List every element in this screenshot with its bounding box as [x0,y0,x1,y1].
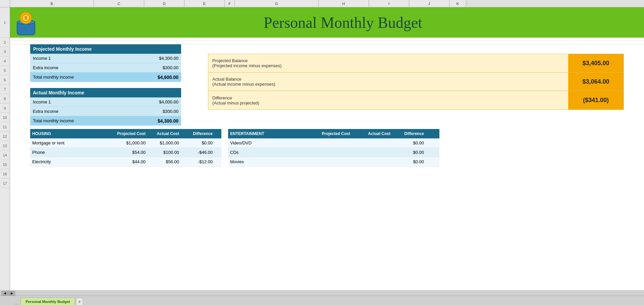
projected-income-section: Projected Monthly Income Income 1 $4,300… [30,44,181,82]
panel-gap [181,44,208,126]
row-1: 1 [0,7,10,38]
actual-income-row-1[interactable]: Extra income $300.00 [30,107,181,116]
tab-personal-monthly-budget[interactable]: Personal Monthly Budget [20,298,75,305]
ent-diff-1: $0.00 [392,148,426,157]
column-headers: B C D E F G H I J K [0,0,644,7]
act-extra-value: $300.00 [138,107,181,116]
ent-label-1: CDs [228,148,309,157]
projected-balance-label: Projected Balance (Projected income minu… [208,54,568,72]
row-3: 3 [0,47,10,56]
col-header-c[interactable]: C [94,0,144,7]
row-13-spacer [10,126,644,129]
actual-income-section: Actual Monthly Income Income 1 $4,000.00… [30,88,181,126]
actual-income-total-row[interactable]: Total monthly income $4,300.00 [30,116,181,126]
housing-label-1: Phone [30,148,111,157]
housing-diff-2: -$12.00 [181,157,215,166]
row-7: 7 [0,85,10,94]
housing-proj-2: $44.00 [111,157,148,166]
col-header-g[interactable]: G [235,0,319,7]
tables-row: HOUSING Projected Cost Actual Cost Diffe… [10,129,644,167]
col-header-k[interactable]: K [449,0,466,7]
housing-proj-0: $1,000.00 [111,138,148,147]
ent-col-proj: Projected Cost [309,129,352,138]
row-6: 6 [0,75,10,85]
income-spacer [30,82,181,88]
col-header-i[interactable]: I [369,0,409,7]
tab-add-button[interactable]: + [76,298,83,305]
col-header-b[interactable]: B [10,0,94,7]
difference-row[interactable]: Difference (Actual minus projected) ($34… [208,91,624,110]
ent-diff-0: $0.00 [392,138,426,147]
ent-actual-0 [352,138,392,147]
row-14: 14 [0,150,10,160]
col-header-h[interactable]: H [319,0,369,7]
tab-ellipsis[interactable]: ... [13,301,19,305]
ent-actual-1 [352,148,392,157]
row-3-spacer [10,41,644,44]
scroll-bar-area: ◀ ▶ [0,290,644,296]
actual-balance-row[interactable]: Actual Balance (Actual income minus expe… [208,73,624,91]
ent-diff-2: $0.00 [392,157,426,166]
housing-diff-1: -$46.00 [181,148,215,157]
act-total-value: $4,300.00 [138,116,181,125]
ent-row-2[interactable]: Movies $0.00 [228,157,439,167]
row-9: 9 [0,103,10,113]
ent-row-1[interactable]: CDs $0.00 [228,148,439,157]
ent-label-2: Movies [228,157,309,166]
row-5: 5 [0,66,10,75]
housing-actual-2: $56.00 [148,157,181,166]
ent-actual-2 [352,157,392,166]
actual-income-row-0[interactable]: Income 1 $4,000.00 [30,97,181,107]
row-numbers: 1 2 3 4 5 6 7 8 9 10 11 12 13 14 15 16 1… [0,7,10,290]
housing-table: HOUSING Projected Cost Actual Cost Diffe… [30,129,221,167]
housing-actual-0: $1,000.00 [148,138,181,147]
proj-income-1-label: Income 1 [30,54,138,63]
actual-balance-value: $3,064.00 [568,73,624,91]
entertainment-title: ENTERTAINMENT [228,129,309,138]
proj-income-1-value: $4,300.00 [138,54,181,63]
projected-income-row-1[interactable]: Extra income $300.00 [30,63,181,73]
actual-balance-label: Actual Balance (Actual income minus expe… [208,73,568,91]
projected-income-total-row[interactable]: Total monthly income $4,600.00 [30,73,181,82]
housing-col-actual: Actual Cost [148,129,181,138]
housing-actual-1: $100.00 [148,148,181,157]
col-header-d[interactable]: D [144,0,184,7]
housing-row-1[interactable]: Phone $54.00 $100.00 -$46.00 [30,148,221,157]
col-header-f[interactable]: F [225,0,235,7]
housing-label-0: Mortgage or rent [30,138,111,147]
row-13: 13 [0,141,10,150]
actual-income-header: Actual Monthly Income [30,88,181,97]
entertainment-table: ENTERTAINMENT Projected Cost Actual Cost… [228,129,439,167]
housing-diff-0: $0.00 [181,138,215,147]
ent-row-0[interactable]: Video/DVD $0.00 [228,138,439,148]
col-header-e[interactable]: E [184,0,225,7]
scroll-left-btn[interactable]: ◀ [1,291,8,296]
ent-proj-1 [309,148,352,157]
proj-extra-label: Extra income [30,63,138,72]
act-total-label: Total monthly income [30,116,138,125]
housing-row-2[interactable]: Electricity $44.00 $56.00 -$12.00 [30,157,221,167]
projected-income-row-0[interactable]: Income 1 $4,300.00 [30,54,181,63]
coin-icon: $ [13,10,39,35]
projected-balance-row[interactable]: Projected Balance (Projected income minu… [208,54,624,73]
ent-proj-0 [309,138,352,147]
ent-col-diff: Difference [392,129,426,138]
housing-row-0[interactable]: Mortgage or rent $1,000.00 $1,000.00 $0.… [30,138,221,148]
proj-total-value: $4,600.00 [138,73,181,82]
ent-label-0: Video/DVD [228,138,309,147]
row-16: 16 [0,169,10,179]
projected-balance-value: $3,405.00 [568,54,624,72]
content-area: $ Personal Monthly Budget [10,7,644,290]
corner-cell [0,0,10,7]
difference-label: Difference (Actual minus projected) [208,91,568,110]
row-10: 10 [0,113,10,122]
row-17: 17 [0,179,10,188]
housing-col-diff: Difference [181,129,215,138]
col-header-j[interactable]: J [409,0,449,7]
row-2: 2 [0,38,10,47]
scroll-right-btn[interactable]: ▶ [8,291,15,296]
housing-proj-1: $54.00 [111,148,148,157]
row-4: 4 [0,56,10,66]
act-income-1-label: Income 1 [30,97,138,106]
filler-area [10,167,644,290]
